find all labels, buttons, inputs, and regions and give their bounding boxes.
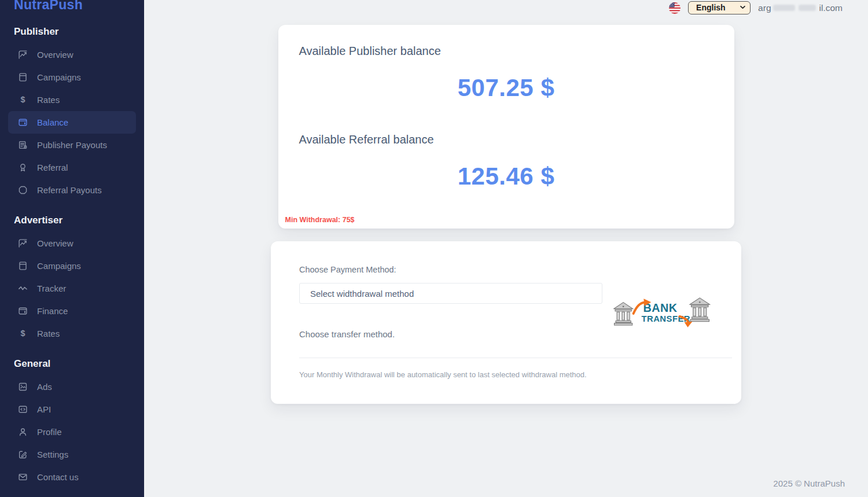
- sidebar-item-contact-us[interactable]: Contact us: [8, 466, 136, 488]
- publisher-balance-label: Available Publisher balance: [299, 45, 713, 58]
- language-select-wrap: English: [688, 1, 751, 14]
- dollar-icon: [18, 95, 28, 105]
- arrow-down-head-icon: [685, 322, 693, 327]
- sidebar-item-label: Ads: [37, 382, 52, 392]
- sidebar-item-referral-payouts[interactable]: Referral Payouts: [8, 179, 136, 201]
- user-icon: [18, 427, 28, 437]
- sidebar-section: Advertiser Overview Campaigns Tracker Fi…: [8, 215, 136, 345]
- sidebar-section: Publisher Overview Campaigns Rates Balan…: [8, 26, 136, 201]
- sidebar-section-title: General: [14, 358, 136, 370]
- sidebar-section-title: Publisher: [14, 26, 136, 38]
- book-icon: [18, 261, 28, 271]
- min-withdrawal-note: Min Withdrawal: 75$: [285, 216, 355, 224]
- sidebar-item-campaigns[interactable]: Campaigns: [8, 255, 136, 277]
- code-icon: [18, 404, 28, 414]
- sidebar-section-title: Advertiser: [14, 215, 136, 226]
- sidebar-item-finance[interactable]: Finance: [8, 300, 136, 322]
- sidebar-item-label: Rates: [37, 329, 60, 338]
- bank-transfer-logo[interactable]: BANK TRANSFER: [613, 296, 712, 327]
- auto-withdrawal-note: Your Monthly Withdrawal will be automati…: [299, 370, 741, 379]
- sidebar-nav: Publisher Overview Campaigns Rates Balan…: [8, 26, 136, 488]
- app-logo[interactable]: NutraPush: [8, 0, 136, 13]
- sidebar-item-referral[interactable]: Referral: [8, 156, 136, 179]
- sidebar-item-label: Contact us: [37, 472, 79, 482]
- sidebar-item-label: Settings: [37, 450, 68, 459]
- email-redacted-blob: [799, 5, 816, 11]
- publisher-balance-amount: 507.25 $: [299, 74, 713, 102]
- activity-icon: [18, 284, 28, 293]
- user-email-suffix: il.com: [819, 3, 843, 13]
- sidebar-item-ads[interactable]: Ads: [8, 375, 136, 398]
- footer-copyright: 2025 © NutraPush: [144, 478, 868, 497]
- wallet-icon: [18, 117, 28, 127]
- sidebar-section-list: Ads API Profile Settings Contact us: [8, 375, 136, 488]
- sidebar-item-label: Profile: [37, 427, 62, 437]
- sidebar-item-balance[interactable]: Balance: [8, 111, 136, 134]
- card-divider: [299, 358, 732, 358]
- wallet-icon: [18, 306, 28, 316]
- sidebar-item-api[interactable]: API: [8, 398, 136, 421]
- balance-card: Available Publisher balance 507.25 $ Ava…: [278, 25, 734, 229]
- sidebar-item-label: Tracker: [37, 284, 66, 293]
- chart-line-icon: [18, 238, 28, 248]
- sidebar-item-rates[interactable]: Rates: [8, 89, 136, 111]
- language-select[interactable]: English: [688, 1, 751, 14]
- topbar: English arg il.com: [144, 0, 868, 15]
- user-email-prefix: arg: [758, 3, 771, 13]
- email-redacted-blob: [773, 5, 795, 11]
- sidebar-item-label: Rates: [37, 95, 60, 105]
- sidebar: NutraPush Publisher Overview Campaigns R…: [0, 0, 144, 497]
- sidebar-item-label: Publisher Payouts: [37, 140, 107, 150]
- sidebar-section-list: Overview Campaigns Tracker Finance Rates: [8, 232, 136, 345]
- withdrawal-card: Choose Payment Method: Select widthdrawa…: [271, 241, 741, 404]
- sidebar-item-campaigns[interactable]: Campaigns: [8, 66, 136, 89]
- sidebar-item-label: Referral Payouts: [37, 185, 102, 195]
- award-icon: [18, 163, 28, 172]
- chart-line-icon: [18, 50, 28, 60]
- octagon-icon: [18, 185, 28, 195]
- sidebar-section: General Ads API Profile Settings Contact…: [8, 358, 136, 488]
- book-icon: [18, 72, 28, 82]
- us-flag-icon: [669, 2, 681, 14]
- sidebar-item-label: Overview: [37, 238, 73, 248]
- sidebar-item-label: API: [37, 404, 51, 414]
- image-icon: [18, 382, 28, 392]
- payment-method-label: Choose Payment Method:: [299, 265, 741, 274]
- referral-balance-label: Available Referral balance: [299, 133, 713, 146]
- sidebar-item-rates[interactable]: Rates: [8, 322, 136, 345]
- transfer-method-label: Choose transfer method.: [299, 329, 741, 339]
- invoice-icon: [18, 140, 28, 150]
- sidebar-item-overview[interactable]: Overview: [8, 232, 136, 255]
- referral-balance-amount: 125.46 $: [299, 163, 713, 190]
- dollar-icon: [18, 329, 28, 338]
- sidebar-item-publisher-payouts[interactable]: Publisher Payouts: [8, 134, 136, 156]
- sidebar-item-overview[interactable]: Overview: [8, 43, 136, 66]
- main-content: English arg il.com Available Publisher b…: [144, 0, 868, 497]
- sidebar-item-label: Campaigns: [37, 261, 81, 271]
- user-email: arg il.com: [758, 3, 843, 13]
- sidebar-item-label: Finance: [37, 306, 68, 316]
- edit-icon: [18, 450, 28, 459]
- sidebar-item-tracker[interactable]: Tracker: [8, 277, 136, 300]
- sidebar-item-label: Referral: [37, 163, 68, 172]
- sidebar-item-label: Overview: [37, 50, 73, 60]
- mail-icon: [18, 472, 28, 482]
- sidebar-item-profile[interactable]: Profile: [8, 421, 136, 443]
- sidebar-item-label: Balance: [37, 117, 68, 127]
- sidebar-item-label: Campaigns: [37, 72, 81, 82]
- withdrawal-method-select[interactable]: Select widthdrawal method: [299, 283, 602, 304]
- sidebar-section-list: Overview Campaigns Rates Balance Publish…: [8, 43, 136, 201]
- sidebar-item-settings[interactable]: Settings: [8, 443, 136, 466]
